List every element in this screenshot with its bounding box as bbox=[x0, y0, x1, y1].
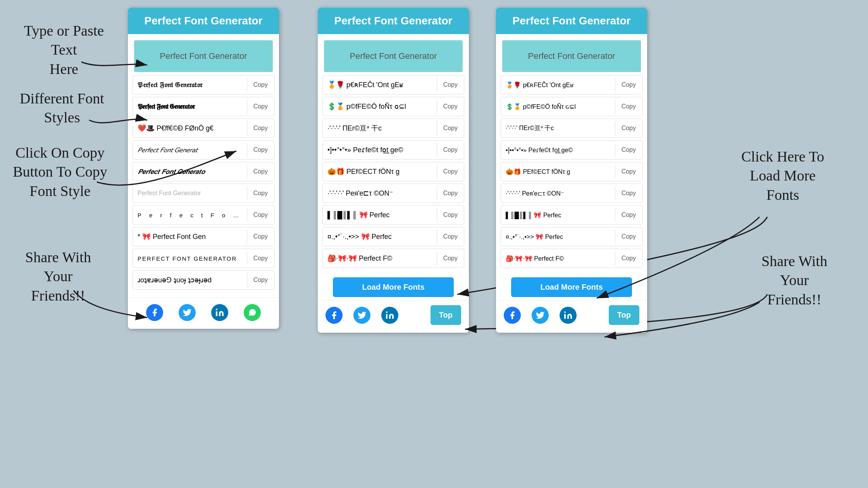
svg-point-0 bbox=[216, 309, 217, 310]
right-copy-btn-4[interactable]: Copy bbox=[437, 165, 464, 178]
font-text-5: 𝙋𝙚𝙧𝙛𝙚𝙘𝙩 𝙁𝙤𝙣𝙩 𝙂𝙚𝙣𝙚𝙧𝙖𝙩𝙤 bbox=[133, 165, 247, 179]
right-facebook-icon[interactable] bbox=[326, 307, 343, 324]
copy-btn-7[interactable]: Copy bbox=[247, 208, 274, 222]
font-row-3: ❤️🎩 P€ff€©Ð FØnÖ g€ Copy bbox=[133, 119, 274, 138]
right-social-icons bbox=[326, 307, 398, 324]
r2-copy-3[interactable]: Copy bbox=[615, 122, 642, 135]
r2-copy-7[interactable]: Copy bbox=[615, 208, 642, 222]
right-copy-btn-7[interactable]: Copy bbox=[437, 230, 464, 243]
font-row-6: Perfect Font Generator Copy bbox=[133, 184, 274, 203]
annotation-different-fonts: Different FontStyles bbox=[8, 89, 116, 127]
right-font-row-5: ·'·'·'·'·' Peя'e⊏τ ©ON⁻ Copy bbox=[322, 184, 464, 203]
font-text-4: 𝘗𝘦𝘳𝘧𝘦𝘤𝘵 𝘍𝘰𝘯𝘵 𝘎𝘦𝘯𝘦𝘳𝘢𝘵 bbox=[133, 143, 247, 157]
right-linkedin-icon[interactable] bbox=[381, 307, 398, 324]
right-copy-btn-1[interactable]: Copy bbox=[437, 100, 464, 113]
left-title: Perfect Font Generator bbox=[136, 15, 271, 27]
r2-linkedin-icon[interactable] bbox=[560, 307, 577, 324]
right-font-row-4: 🎃🎁 PEf©ECT fÖNτ g Copy bbox=[322, 162, 464, 181]
right-font-row-2: ·'·'·'·' ΠEr©亘ᵃ 干c Copy bbox=[322, 119, 464, 138]
right-social-row: Top bbox=[318, 300, 469, 333]
right-font-text-1: 💲🏅 p©fFE©Ö foÑτ ɢ⊆l bbox=[323, 99, 437, 114]
right-font-row-8: 🎒·🎀·🎀 Perfect F© Copy bbox=[322, 249, 464, 268]
copy-btn-2[interactable]: Copy bbox=[247, 100, 274, 113]
right-font-text-6: ▌║█║▌║ 🎀 Perfec bbox=[323, 208, 437, 222]
left-font-list: 𝔓𝔢𝔯𝔣𝔢𝔠𝔱 𝔉𝔬𝔫𝔱 𝔊𝔢𝔫𝔢𝔯𝔞𝔱𝔬𝔯 Copy 𝕻𝖊𝖗𝖋𝖊𝖈𝖙 𝕱𝖔𝖓𝖙… bbox=[128, 75, 279, 295]
copy-btn-4[interactable]: Copy bbox=[247, 143, 274, 156]
right-copy-btn-2[interactable]: Copy bbox=[437, 122, 464, 135]
font-row-2: 𝕻𝖊𝖗𝖋𝖊𝖈𝖙 𝕱𝖔𝖓𝖙 𝕲𝖊𝖓𝖊𝖗𝖆𝖙𝖔𝖗 Copy bbox=[133, 97, 274, 116]
font-text-8: * 🎀 Perfect Font Gen bbox=[133, 229, 247, 244]
right-copy-btn-5[interactable]: Copy bbox=[437, 187, 464, 200]
font-row-8: * 🎀 Perfect Font Gen Copy bbox=[133, 227, 274, 246]
r2-social-row: Top bbox=[496, 300, 647, 333]
right2-title: Perfect Font Generator bbox=[504, 15, 639, 27]
r2-row-1: 🏅🌹 p€ʀFEČt 'Ont gEʁ Copy bbox=[501, 75, 642, 95]
font-text-3: ❤️🎩 P€ff€©Ð FØnÖ g€ bbox=[133, 121, 247, 136]
copy-btn-9[interactable]: Copy bbox=[247, 252, 274, 265]
r2-copy-4[interactable]: Copy bbox=[615, 143, 642, 156]
copy-btn-5[interactable]: Copy bbox=[247, 165, 274, 178]
r2-row-3: ·'·'·'·' ΠEr©亘ᵃ 干c Copy bbox=[501, 119, 642, 138]
copy-btn-10[interactable]: Copy bbox=[247, 273, 274, 287]
top-button-2[interactable]: Top bbox=[609, 305, 639, 325]
r2-row-2: 💲🏅 p©fFE©Ö foÑτ ɢ⊆l Copy bbox=[501, 97, 642, 116]
r2-facebook-icon[interactable] bbox=[504, 307, 521, 324]
copy-btn-6[interactable]: Copy bbox=[247, 187, 274, 200]
copy-btn-3[interactable]: Copy bbox=[247, 122, 274, 135]
font-row-5: 𝙋𝙚𝙧𝙛𝙚𝙘𝙩 𝙁𝙤𝙣𝙩 𝙂𝙚𝙣𝙚𝙧𝙖𝙩𝙤 Copy bbox=[133, 162, 274, 181]
font-row-10: ɹoʇɐɹǝuǝ⅁ ʇuoɟ ʇɔǝɟɹǝd Copy bbox=[133, 270, 274, 290]
right-font-text-5: ·'·'·'·'·' Peя'e⊏τ ©ON⁻ bbox=[323, 186, 437, 201]
copy-btn-1[interactable]: Copy bbox=[247, 78, 274, 91]
font-row-7: P e r f e c t F o n t Copy bbox=[133, 205, 274, 225]
top-button[interactable]: Top bbox=[431, 305, 461, 325]
r2-copy-6[interactable]: Copy bbox=[615, 187, 642, 200]
r2-row-9: 🎒·🎀·🎀 Perfect F© Copy bbox=[501, 249, 642, 268]
right-title: Perfect Font Generator bbox=[326, 15, 461, 27]
font-text-9: PERFECT FONT GENERATOR bbox=[133, 252, 247, 265]
r2-copy-8[interactable]: Copy bbox=[615, 230, 642, 243]
copy-btn-8[interactable]: Copy bbox=[247, 230, 274, 243]
right-twitter-icon[interactable] bbox=[353, 307, 370, 324]
load-more-button[interactable]: Load More Fonts bbox=[333, 277, 454, 297]
font-text-6: Perfect Font Generator bbox=[133, 187, 247, 200]
right-copy-btn-6[interactable]: Copy bbox=[437, 208, 464, 222]
r2-row-4: •]••°•°•» Peɾfe©t fo͟t ge© Copy bbox=[501, 140, 642, 160]
left-panel-header: Perfect Font Generator bbox=[128, 8, 279, 34]
right-font-row-1: 💲🏅 p©fFE©Ö foÑτ ɢ⊆l Copy bbox=[322, 97, 464, 116]
facebook-icon[interactable] bbox=[146, 304, 163, 321]
right-font-text-4: 🎃🎁 PEf©ECT fÖNτ g bbox=[323, 164, 437, 179]
right-font-text-8: 🎒·🎀·🎀 Perfect F© bbox=[323, 251, 437, 266]
right-font-row-6: ▌║█║▌║ 🎀 Perfec Copy bbox=[322, 205, 464, 225]
r2-copy-1[interactable]: Copy bbox=[615, 78, 642, 91]
right-font-row-0: 🏅🌹 p€ʀFEČt 'Ont gEʁ Copy bbox=[322, 75, 464, 95]
right-font-row-3: •]••°•°•» Peɾfe©t fo͟t ge© Copy bbox=[322, 140, 464, 160]
r2-twitter-icon[interactable] bbox=[532, 307, 549, 324]
annotation-share-right: Share WithYourFriends!! bbox=[740, 252, 849, 309]
right-font-text-2: ·'·'·'·' ΠEr©亘ᵃ 干c bbox=[323, 120, 437, 136]
twitter-icon[interactable] bbox=[179, 304, 196, 321]
right-input-value: Perfect Font Generator bbox=[350, 51, 437, 61]
right-copy-btn-3[interactable]: Copy bbox=[437, 143, 464, 156]
font-text-1: 𝔓𝔢𝔯𝔣𝔢𝔠𝔱 𝔉𝔬𝔫𝔱 𝔊𝔢𝔫𝔢𝔯𝔞𝔱𝔬𝔯 bbox=[133, 78, 247, 92]
font-row-9: PERFECT FONT GENERATOR Copy bbox=[133, 249, 274, 268]
r2-copy-2[interactable]: Copy bbox=[615, 100, 642, 113]
r2-copy-5[interactable]: Copy bbox=[615, 165, 642, 178]
whatsapp-icon[interactable] bbox=[244, 304, 261, 321]
r2-row-5: 🎃🎁 PEf©ECT fÖNτ g Copy bbox=[501, 162, 642, 181]
right-panel: Perfect Font Generator Perfect Font Gene… bbox=[318, 8, 469, 333]
left-input-box[interactable]: Perfect Font Generator bbox=[134, 40, 273, 72]
right-input-box[interactable]: Perfect Font Generator bbox=[324, 40, 463, 72]
r2-copy-9[interactable]: Copy bbox=[615, 252, 642, 265]
font-text-10: ɹoʇɐɹǝuǝ⅁ ʇuoɟ ʇɔǝɟɹǝd bbox=[133, 273, 247, 287]
r2-row-7: ▌║█║▌║ 🎀 Perfec Copy bbox=[501, 205, 642, 225]
annotation-load-more: Click Here ToLoad MoreFonts bbox=[721, 147, 845, 204]
right-font-text-0: 🏅🌹 p€ʀFEČt 'Ont gEʁ bbox=[323, 77, 437, 92]
linkedin-icon[interactable] bbox=[211, 304, 228, 321]
right-font-text-3: •]••°•°•» Peɾfe©t fo͟t ge© bbox=[323, 143, 437, 157]
left-input-value: Perfect Font Generator bbox=[160, 51, 247, 61]
right-copy-btn-0[interactable]: Copy bbox=[437, 78, 464, 91]
load-more-button-2[interactable]: Load More Fonts bbox=[511, 277, 632, 297]
right-copy-btn-8[interactable]: Copy bbox=[437, 252, 464, 265]
right2-input[interactable]: Perfect Font Generator bbox=[502, 40, 641, 72]
right-panel-header: Perfect Font Generator bbox=[318, 8, 469, 34]
